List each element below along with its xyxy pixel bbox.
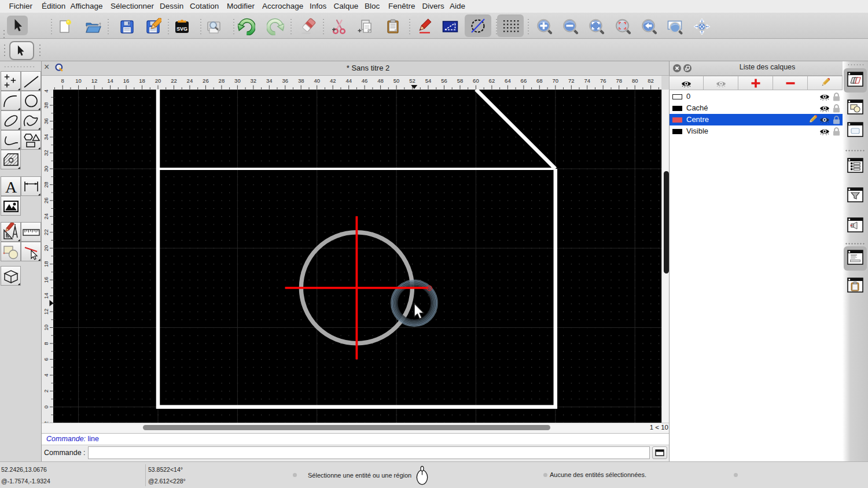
svg-text:38: 38 xyxy=(298,77,304,84)
svg-text:30: 30 xyxy=(234,77,241,84)
svg-text:12: 12 xyxy=(43,309,49,315)
svg-text:2: 2 xyxy=(43,390,49,393)
svg-text:36: 36 xyxy=(282,77,289,84)
svg-text:54: 54 xyxy=(425,77,432,84)
svg-text:8: 8 xyxy=(61,77,64,84)
svg-text:20: 20 xyxy=(43,245,49,252)
svg-text:24: 24 xyxy=(43,213,49,220)
svg-text:16: 16 xyxy=(43,277,49,283)
svg-text:34: 34 xyxy=(266,77,273,84)
svg-text:22: 22 xyxy=(43,229,49,235)
svg-text:40: 40 xyxy=(314,77,320,84)
svg-text:32: 32 xyxy=(251,77,257,84)
svg-text:8: 8 xyxy=(43,342,49,345)
svg-text:32: 32 xyxy=(43,150,49,156)
svg-text:18: 18 xyxy=(139,77,145,84)
svg-text:64: 64 xyxy=(505,77,511,84)
svg-text:78: 78 xyxy=(616,77,622,84)
svg-text:68: 68 xyxy=(536,77,543,84)
svg-text:58: 58 xyxy=(457,77,464,84)
svg-text:6: 6 xyxy=(43,358,49,361)
svg-text:SVG: SVG xyxy=(176,26,187,32)
svg-text:A: A xyxy=(5,178,17,196)
svg-text:12: 12 xyxy=(91,77,98,84)
svg-text:20: 20 xyxy=(155,77,161,84)
svg-text:76: 76 xyxy=(600,77,606,84)
svg-text:22: 22 xyxy=(171,77,177,84)
svg-text:10: 10 xyxy=(43,324,49,331)
svg-text:14: 14 xyxy=(107,77,113,84)
svg-text:56: 56 xyxy=(441,77,447,84)
svg-text:46: 46 xyxy=(362,77,368,84)
svg-text:10: 10 xyxy=(75,77,82,84)
svg-text:50: 50 xyxy=(393,77,400,84)
svg-text:60: 60 xyxy=(473,77,479,84)
svg-text:26: 26 xyxy=(43,198,49,204)
svg-text:74: 74 xyxy=(584,77,590,84)
svg-text:14: 14 xyxy=(43,293,49,299)
svg-text:26: 26 xyxy=(203,77,209,84)
svg-text:48: 48 xyxy=(377,77,384,84)
svg-text:28: 28 xyxy=(219,77,225,84)
svg-text:82: 82 xyxy=(648,77,654,84)
svg-text:36: 36 xyxy=(43,118,49,124)
svg-text:30: 30 xyxy=(43,166,49,172)
svg-text:80: 80 xyxy=(632,77,638,84)
svg-text:24: 24 xyxy=(187,77,193,84)
svg-text:34: 34 xyxy=(43,134,49,141)
svg-text:44: 44 xyxy=(345,77,352,84)
svg-text:18: 18 xyxy=(43,261,49,267)
svg-text:70: 70 xyxy=(553,77,559,84)
svg-text:40: 40 xyxy=(43,90,49,93)
svg-text:66: 66 xyxy=(521,77,527,84)
svg-text:42: 42 xyxy=(330,77,336,84)
svg-text:72: 72 xyxy=(568,77,575,84)
svg-text:62: 62 xyxy=(489,77,495,84)
svg-text:0: 0 xyxy=(43,405,49,408)
svg-text:52: 52 xyxy=(409,77,415,84)
svg-text:16: 16 xyxy=(123,77,130,84)
svg-text:38: 38 xyxy=(43,102,49,109)
svg-text:28: 28 xyxy=(43,182,49,188)
svg-text:4: 4 xyxy=(43,374,49,376)
